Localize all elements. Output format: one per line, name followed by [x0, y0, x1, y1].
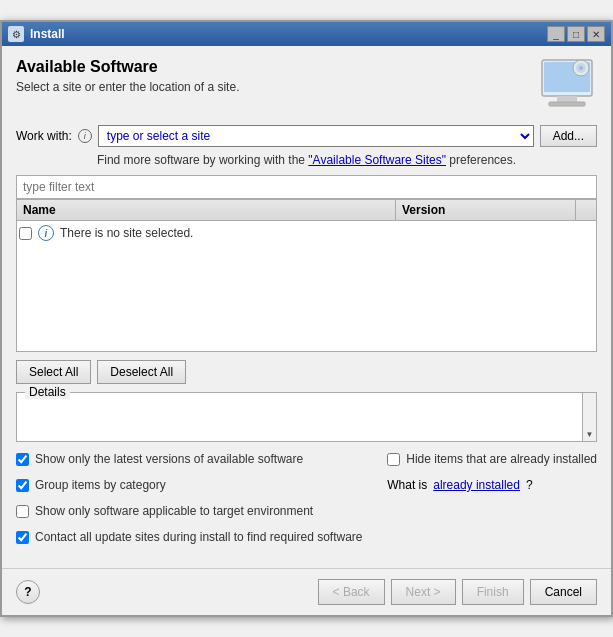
scroll-down-icon: ▼: [586, 431, 594, 439]
header-section: Available Software Select a site or ente…: [16, 58, 597, 113]
window-icon: ⚙: [8, 26, 24, 42]
latest-versions-checkbox[interactable]: [16, 453, 29, 466]
page-subtitle: Select a site or enter the location of a…: [16, 80, 239, 94]
applicable-only-label: Show only software applicable to target …: [35, 504, 313, 518]
group-category-row: Group items by category: [16, 478, 363, 492]
what-is-text: What is: [387, 478, 427, 492]
software-table: Name Version i There is no site selected…: [16, 199, 597, 352]
available-sites-suffix: preferences.: [446, 153, 516, 167]
main-content: Available Software Select a site or ente…: [2, 46, 611, 568]
bottom-bar: ? < Back Next > Finish Cancel: [2, 568, 611, 615]
minimize-button[interactable]: _: [547, 26, 565, 42]
what-is-installed-row: What is already installed?: [387, 478, 597, 492]
col-extra: [576, 200, 596, 220]
contact-update-row: Contact all update sites during install …: [16, 530, 363, 544]
hide-installed-checkbox[interactable]: [387, 453, 400, 466]
available-sites-link[interactable]: "Available Software Sites": [308, 153, 446, 167]
title-bar: ⚙ Install _ □ ✕: [2, 22, 611, 46]
selection-buttons: Select All Deselect All: [16, 360, 597, 384]
already-installed-suffix: ?: [526, 478, 533, 492]
available-sites-text: Find more software by working with the: [97, 153, 308, 167]
latest-versions-label: Show only the latest versions of availab…: [35, 452, 303, 466]
group-category-label: Group items by category: [35, 478, 166, 492]
checkboxes-section: Show only the latest versions of availab…: [16, 452, 597, 550]
title-buttons: _ □ ✕: [547, 26, 605, 42]
applicable-only-row: Show only software applicable to target …: [16, 504, 363, 518]
hide-installed-label: Hide items that are already installed: [406, 452, 597, 466]
close-button[interactable]: ✕: [587, 26, 605, 42]
svg-rect-2: [557, 96, 577, 102]
no-site-info-icon: i: [38, 225, 54, 241]
work-with-row: Work with: i type or select a site Add..…: [16, 125, 597, 147]
no-site-checkbox[interactable]: [19, 227, 32, 240]
latest-versions-row: Show only the latest versions of availab…: [16, 452, 363, 466]
add-button[interactable]: Add...: [540, 125, 597, 147]
work-with-label: Work with:: [16, 129, 72, 143]
back-button[interactable]: < Back: [318, 579, 385, 605]
navigation-buttons: < Back Next > Finish Cancel: [318, 579, 597, 605]
details-scrollbar[interactable]: ▼: [582, 393, 596, 441]
details-group: Details ▼: [16, 392, 597, 442]
contact-update-checkbox[interactable]: [16, 531, 29, 544]
header-text: Available Software Select a site or ente…: [16, 58, 239, 94]
help-button[interactable]: ?: [16, 580, 40, 604]
finish-button[interactable]: Finish: [462, 579, 524, 605]
table-body: i There is no site selected.: [17, 221, 596, 351]
contact-update-label: Contact all update sites during install …: [35, 530, 363, 544]
group-category-checkbox[interactable]: [16, 479, 29, 492]
details-label: Details: [25, 385, 70, 399]
applicable-only-checkbox[interactable]: [16, 505, 29, 518]
deselect-all-button[interactable]: Deselect All: [97, 360, 186, 384]
site-dropdown[interactable]: type or select a site: [98, 125, 534, 147]
checkboxes-columns: Show only the latest versions of availab…: [16, 452, 597, 550]
left-checkboxes: Show only the latest versions of availab…: [16, 452, 363, 550]
maximize-button[interactable]: □: [567, 26, 585, 42]
next-button[interactable]: Next >: [391, 579, 456, 605]
no-site-message: There is no site selected.: [60, 226, 193, 240]
filter-input[interactable]: [16, 175, 597, 199]
svg-rect-3: [549, 102, 585, 106]
install-window: ⚙ Install _ □ ✕ Available Software Selec…: [0, 20, 613, 617]
monitor-icon: [537, 58, 597, 113]
no-site-row: i There is no site selected.: [17, 221, 596, 245]
cancel-button[interactable]: Cancel: [530, 579, 597, 605]
svg-point-6: [579, 66, 583, 70]
info-icon[interactable]: i: [78, 129, 92, 143]
page-title: Available Software: [16, 58, 239, 76]
window-title: Install: [30, 27, 65, 41]
already-installed-link[interactable]: already installed: [433, 478, 520, 492]
title-bar-left: ⚙ Install: [8, 26, 65, 42]
hide-installed-row: Hide items that are already installed: [387, 452, 597, 466]
select-all-button[interactable]: Select All: [16, 360, 91, 384]
table-header: Name Version: [17, 200, 596, 221]
header-icon: [537, 58, 597, 113]
available-sites-row: Find more software by working with the "…: [16, 153, 597, 167]
col-version: Version: [396, 200, 576, 220]
right-checkboxes: Hide items that are already installed Wh…: [387, 452, 597, 550]
col-name: Name: [17, 200, 396, 220]
